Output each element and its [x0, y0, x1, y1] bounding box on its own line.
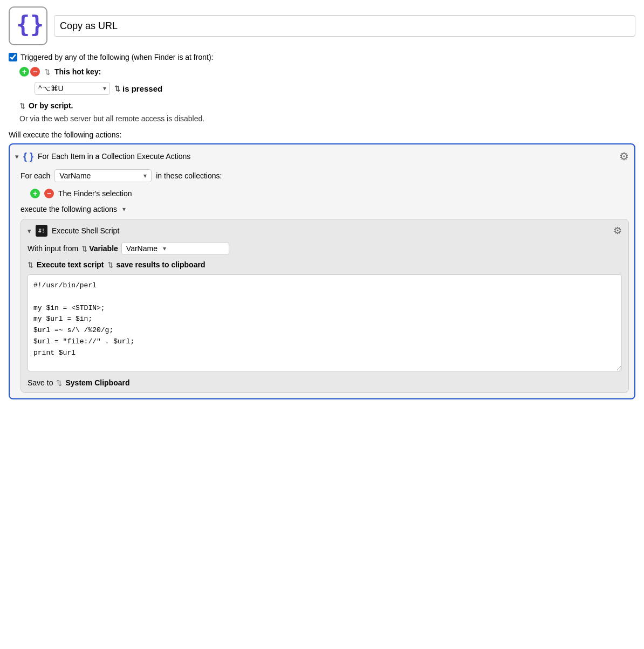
- foreach-header: ▾ { } For Each Item in a Collection Exec…: [15, 150, 629, 163]
- variable-bold-label: Variable: [89, 244, 118, 253]
- system-clipboard-label: System Clipboard: [65, 378, 129, 387]
- app-icon-svg: { }: [14, 12, 42, 40]
- shell-collapse-arrow[interactable]: ▾: [28, 227, 31, 235]
- varname-dropdown[interactable]: VarName ▾: [121, 242, 229, 255]
- hotkey-section: + − ⇅ This hot key: ^⌥⌘U ▾ ⇅ is pressed: [19, 67, 635, 95]
- add-hotkey-button[interactable]: +: [19, 67, 29, 77]
- varname-dropdown-chevron: ▾: [163, 245, 166, 252]
- or-script-row: ⇅ Or by script.: [19, 101, 635, 110]
- will-execute-label: Will execute the following actions:: [9, 130, 635, 139]
- save-to-stepper-icon[interactable]: ⇅: [56, 379, 62, 387]
- varname-dropdown-text: VarName: [126, 244, 157, 253]
- foreach-collapse-arrow[interactable]: ▾: [15, 153, 19, 161]
- hotkey-field[interactable]: ^⌥⌘U ▾: [35, 82, 110, 95]
- save-to-row: Save to ⇅ System Clipboard: [28, 378, 622, 387]
- or-script-stepper-icon[interactable]: ⇅: [19, 102, 25, 110]
- shell-header: ▾ #! Execute Shell Script ⚙: [28, 225, 622, 237]
- remove-collection-button[interactable]: −: [44, 189, 54, 198]
- input-from-label: With input from: [28, 244, 78, 253]
- for-each-label: For each: [20, 171, 50, 180]
- add-collection-button[interactable]: +: [30, 189, 40, 198]
- hotkey-dropdown-arrow: ▾: [103, 85, 106, 92]
- execute-text-row: ⇅ Execute text script ⇅ save results to …: [28, 260, 622, 269]
- shell-title: Execute Shell Script: [52, 226, 609, 235]
- foreach-gear-button[interactable]: ⚙: [619, 150, 629, 163]
- script-textarea[interactable]: [28, 274, 622, 371]
- is-pressed-section: ⇅ is pressed: [114, 84, 162, 93]
- is-pressed-label: is pressed: [122, 84, 162, 93]
- input-from-row: With input from ⇅ Variable VarName ▾: [28, 242, 622, 255]
- shell-hash-label: #!: [38, 228, 45, 234]
- trigger-checkbox-row: Triggered by any of the following (when …: [9, 53, 635, 61]
- trigger-checkbox[interactable]: [9, 53, 17, 61]
- finder-row: + − The Finder's selection: [30, 189, 629, 198]
- variable-stepper-icon: ⇅: [81, 245, 87, 253]
- main-container: { } Triggered by any of the following (w…: [0, 0, 644, 649]
- finder-selection-label: The Finder's selection: [58, 189, 132, 198]
- variable-stepper[interactable]: ⇅ Variable: [81, 244, 118, 253]
- remove-collection-minus-icon: −: [47, 190, 51, 197]
- svg-text:{: {: [16, 12, 30, 38]
- foreach-row: For each VarName ▾ in these collections:: [20, 169, 629, 182]
- web-server-row: Or via the web server but all remote acc…: [19, 114, 635, 123]
- app-icon: { }: [9, 6, 47, 45]
- header-row: { }: [9, 6, 635, 45]
- execute-actions-row: execute the following actions ▾: [20, 205, 629, 213]
- web-server-label: Or via the web server but all remote acc…: [19, 114, 204, 123]
- hotkey-title-row: + − ⇅ This hot key:: [19, 67, 635, 77]
- foreach-title: For Each Item in a Collection Execute Ac…: [38, 152, 615, 161]
- title-input[interactable]: [54, 15, 635, 37]
- varname-text: VarName: [59, 171, 141, 180]
- varname-select[interactable]: VarName ▾: [54, 169, 152, 182]
- is-pressed-stepper-icon[interactable]: ⇅: [114, 85, 120, 93]
- varname-dropdown-arrow: ▾: [143, 172, 147, 179]
- minus-icon: −: [33, 68, 37, 75]
- or-script-label: Or by script.: [29, 101, 73, 110]
- save-results-label: save results to clipboard: [117, 260, 205, 269]
- execute-actions-label: execute the following actions: [20, 205, 117, 213]
- save-to-label: Save to: [28, 378, 53, 387]
- in-collections-label: in these collections:: [156, 171, 222, 180]
- shell-block: ▾ #! Execute Shell Script ⚙ With input f…: [20, 219, 629, 393]
- hotkey-key-combo: ^⌥⌘U: [38, 84, 101, 93]
- actions-container: ▾ { } For Each Item in a Collection Exec…: [9, 143, 635, 399]
- shell-gear-button[interactable]: ⚙: [613, 225, 622, 237]
- hotkey-stepper-icon: ⇅: [44, 68, 50, 76]
- hotkey-input-row: ^⌥⌘U ▾ ⇅ is pressed: [35, 82, 635, 95]
- execute-text-label: Execute text script: [37, 260, 104, 269]
- execute-text-stepper-icon[interactable]: ⇅: [28, 261, 33, 269]
- trigger-section: Triggered by any of the following (when …: [9, 53, 635, 123]
- add-collection-plus-icon: +: [33, 190, 37, 197]
- remove-hotkey-button[interactable]: −: [30, 67, 40, 77]
- execute-actions-dropdown-arrow[interactable]: ▾: [122, 205, 126, 213]
- add-remove-buttons: + −: [19, 67, 40, 77]
- shell-icon: #!: [36, 225, 47, 237]
- save-results-stepper-icon[interactable]: ⇅: [107, 261, 113, 269]
- svg-text:}: }: [30, 12, 42, 38]
- foreach-icon: { }: [23, 151, 33, 162]
- trigger-label: Triggered by any of the following (when …: [20, 53, 213, 61]
- hotkey-title-label: This hot key:: [54, 67, 101, 76]
- plus-icon: +: [22, 68, 26, 75]
